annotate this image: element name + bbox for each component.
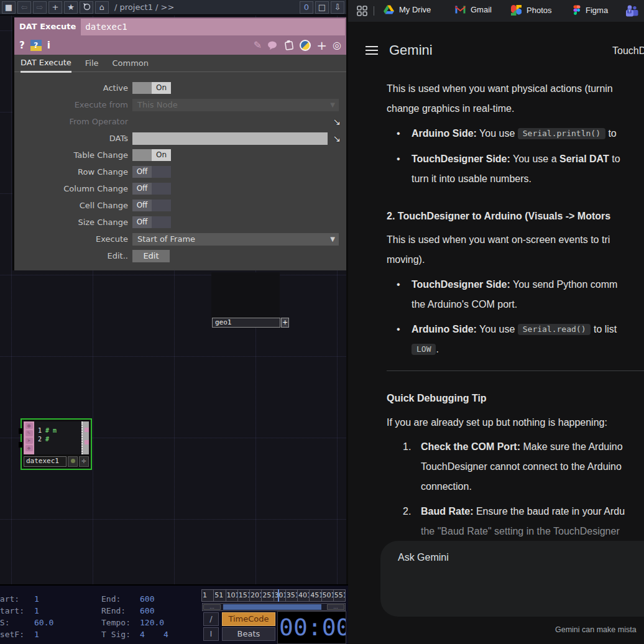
execute-from-dropdown[interactable]: This Node▼ — [132, 99, 339, 111]
independent-time-button[interactable]: I — [203, 627, 219, 641]
comment-bubble-icon[interactable] — [267, 41, 278, 50]
node-color-button[interactable] — [68, 456, 78, 467]
python-help-icon[interactable]: ? — [30, 40, 42, 51]
beats-mode-button[interactable]: Beats — [222, 627, 275, 641]
help-button[interactable]: ? — [19, 40, 25, 51]
tsig-value[interactable]: 4 — [140, 630, 145, 639]
dat-table-preview: 1 # m 2 # — [34, 421, 81, 454]
rstart-value[interactable]: 1 — [34, 606, 39, 615]
datexec-node[interactable]: ● ✎ ➤ ◆ 1 # m 2 # datexec1 ✛ — [21, 418, 92, 470]
window-icon[interactable]: □ — [315, 1, 329, 14]
active-toggle[interactable]: On — [132, 82, 171, 94]
scrollbar-thumb[interactable] — [223, 604, 321, 610]
tempo-value[interactable]: 120.0 — [140, 618, 164, 627]
python-expression-icon[interactable] — [300, 40, 311, 51]
ruler-cell[interactable]: 451 — [309, 589, 321, 602]
geo-node-label[interactable]: geo1 — [212, 318, 280, 328]
rend-value[interactable]: 600 — [140, 606, 154, 615]
operator-picker-arrow-icon[interactable]: ↘ — [330, 133, 344, 144]
geo-node-viewport[interactable] — [211, 272, 280, 318]
resetf-value[interactable]: 1 — [34, 630, 39, 639]
node-viewer-flag-icon[interactable]: ● — [25, 423, 33, 429]
bullet-continuation: LOW. — [412, 344, 439, 356]
node-bypass-flag-icon[interactable]: ➤ — [25, 438, 33, 444]
range-limit-button[interactable]: / — [203, 612, 219, 626]
paragraph-line: This is used when you want on-screen eve… — [387, 234, 610, 246]
ruler-cell[interactable]: 201 — [249, 589, 262, 602]
ask-gemini-placeholder: Ask Gemini — [398, 552, 449, 563]
scroll-right-button[interactable]: ... — [327, 604, 344, 610]
dialog-titlebar[interactable]: DAT Execute datexec1 — [14, 17, 346, 35]
execute-dropdown[interactable]: Start of Frame▼ — [132, 233, 339, 246]
add-parameter-icon[interactable]: + — [316, 40, 327, 51]
bookmark-photos[interactable]: Photos — [511, 5, 551, 16]
pencil-icon[interactable]: ✎ — [254, 40, 262, 51]
apps-grid-icon[interactable] — [357, 6, 367, 16]
target-icon[interactable]: ◎ — [333, 40, 341, 51]
node-output-connector[interactable] — [85, 440, 89, 444]
node-output-connector[interactable] — [85, 428, 89, 432]
geo-node-expand-button[interactable]: + — [281, 318, 289, 328]
node-clone-flag-icon[interactable]: ✎ — [25, 430, 33, 436]
tsig-value2[interactable]: 4 — [163, 630, 168, 639]
ruler-cell[interactable]: 351 — [285, 589, 298, 602]
node-input-connector[interactable] — [19, 428, 22, 434]
ruler-cell[interactable]: 151 — [237, 589, 250, 602]
ruler-cell[interactable]: 251 — [261, 589, 274, 602]
tab-common[interactable]: Common — [113, 58, 149, 71]
ruler-cell[interactable]: 551 — [333, 589, 346, 602]
dat-node-body[interactable]: ● ✎ ➤ ◆ 1 # m 2 # — [24, 421, 89, 454]
tab-dat-execute[interactable]: DAT Execute — [21, 58, 71, 73]
table-change-toggle[interactable]: On — [132, 149, 171, 161]
timeline-scrollbar[interactable]: ... ... — [202, 603, 346, 611]
bookmark-figma[interactable]: Figma — [573, 5, 608, 16]
timecode-mode-button[interactable]: TimeCode — [222, 612, 275, 626]
size-change-toggle[interactable]: Off — [132, 216, 171, 228]
ruler-cell[interactable]: 401 — [297, 589, 310, 602]
tab-file[interactable]: File — [85, 58, 99, 71]
breadcrumb[interactable]: / project1 / >> — [111, 2, 298, 12]
numbered-continuation: TouchDesigner cannot connect to the Ardu… — [421, 461, 622, 472]
chevron-down-icon: ▼ — [330, 99, 335, 111]
back-icon[interactable]: ⇦ — [17, 1, 31, 14]
node-input-connector[interactable] — [19, 442, 22, 448]
ruler-cell[interactable]: 1 — [201, 589, 214, 602]
home-icon[interactable]: ⌂ — [95, 1, 109, 14]
gemini-title[interactable]: Gemini — [389, 42, 433, 58]
start-value[interactable]: 1 — [34, 594, 39, 604]
node-name-label[interactable]: datexec1 — [24, 456, 67, 467]
forward-icon[interactable]: ⇨ — [33, 1, 47, 14]
ruler-cell[interactable]: 301 — [274, 589, 286, 602]
operator-name-field[interactable]: datexec1 — [81, 19, 345, 35]
playhead[interactable] — [278, 589, 279, 602]
node-comment-button[interactable]: ✛ — [79, 456, 89, 467]
network-depth-indicator[interactable]: 0 — [300, 1, 313, 14]
add-icon[interactable]: + — [48, 1, 62, 14]
bookmark-my-drive[interactable]: My Drive — [384, 5, 431, 14]
search-network-icon[interactable] — [80, 1, 93, 14]
figma-icon — [573, 5, 581, 16]
scroll-left-button[interactable]: ... — [203, 604, 221, 610]
cell-change-toggle[interactable]: Off — [132, 200, 171, 211]
edit-button[interactable]: Edit — [132, 250, 170, 262]
fps-value[interactable]: 60.0 — [34, 618, 53, 627]
end-value[interactable]: 600 — [140, 594, 154, 604]
frame-ruler[interactable]: 1 51 101 151 201 251 301 351 401 451 501… — [202, 589, 346, 602]
info-button[interactable]: i — [47, 40, 50, 51]
star-icon[interactable]: ★ — [64, 1, 78, 14]
menu-hamburger-icon[interactable] — [366, 46, 378, 55]
stop-icon[interactable]: ■ — [2, 1, 16, 14]
ruler-cell[interactable]: 101 — [226, 589, 238, 602]
dats-input-field[interactable] — [132, 132, 328, 145]
ruler-cell[interactable]: 501 — [321, 589, 334, 602]
node-lock-flag-icon[interactable]: ◆ — [25, 445, 33, 451]
bookmark-teams[interactable]: T — [624, 5, 640, 17]
operator-picker-arrow-icon[interactable]: ↘ — [330, 116, 344, 127]
bookmark-gmail[interactable]: Gmail — [455, 5, 492, 14]
ruler-cell[interactable]: 51 — [213, 589, 226, 602]
copy-parameters-icon[interactable] — [284, 40, 294, 50]
collapse-down-icon[interactable]: ⇩ — [331, 1, 344, 14]
row-change-toggle[interactable]: Off — [132, 166, 171, 178]
column-change-toggle[interactable]: Off — [132, 183, 171, 195]
bullet-continuation: turn it into usable numbers. — [412, 173, 531, 185]
